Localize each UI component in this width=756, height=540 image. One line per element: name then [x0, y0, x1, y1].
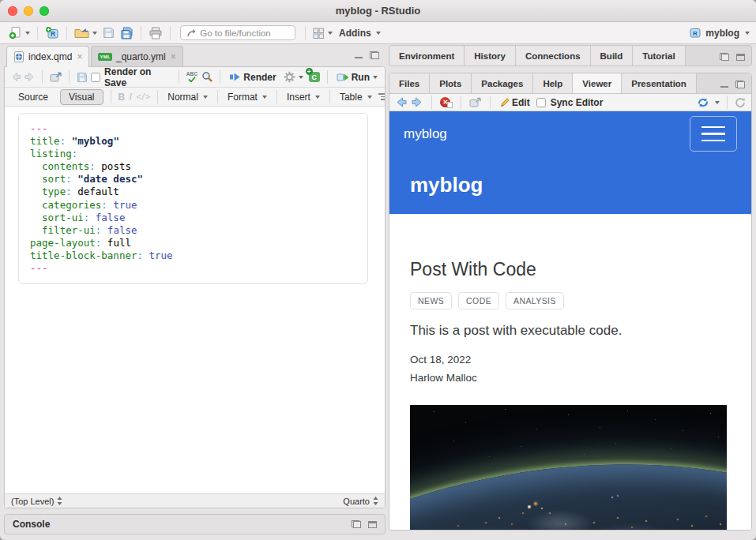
restore-pane-icon[interactable]	[720, 53, 729, 61]
close-tab-icon[interactable]: ×	[77, 52, 82, 62]
visual-mode-button[interactable]: Visual	[60, 89, 103, 105]
save-button[interactable]	[101, 26, 116, 39]
yaml-token: ---	[30, 262, 48, 274]
print-button[interactable]	[147, 26, 164, 40]
restore-pane-icon[interactable]	[352, 520, 361, 528]
zoom-window-button[interactable]	[39, 6, 49, 16]
clouds-graphic	[410, 405, 727, 530]
yaml-line: sort-ui: false	[30, 212, 356, 224]
yaml-token: sort-ui	[30, 212, 84, 223]
post-title-link[interactable]: Post With Code	[410, 259, 731, 280]
open-in-new-window-icon[interactable]	[50, 72, 62, 82]
source-mode-button[interactable]: Source	[10, 90, 56, 104]
tab-quarto-yml[interactable]: YML _quarto.yml ×	[91, 46, 182, 66]
format-caret-icon	[262, 96, 267, 99]
new-project-button[interactable]: R	[43, 25, 61, 40]
visual-editor-canvas[interactable]: ---title: "myblog"listing: contents: pos…	[5, 107, 385, 493]
pane-layout-button[interactable]	[311, 27, 334, 39]
bold-icon[interactable]: B	[118, 92, 126, 103]
refresh-icon[interactable]	[735, 97, 746, 108]
spellcheck-icon[interactable]: ABC	[186, 72, 198, 83]
maximize-pane-icon[interactable]	[370, 51, 379, 59]
scope-selector[interactable]: (Top Level)	[11, 497, 62, 506]
save-all-icon	[120, 27, 134, 39]
edit-button[interactable]: Edit	[498, 96, 532, 109]
project-name-label: myblog	[705, 28, 739, 39]
tab-connections[interactable]: Connections	[516, 46, 591, 66]
italic-icon[interactable]: I	[129, 91, 132, 103]
tab-presentation[interactable]: Presentation	[622, 73, 697, 93]
viewer-window-controls	[720, 81, 745, 88]
close-window-button[interactable]	[8, 6, 17, 16]
sync-editor-checkbox[interactable]	[536, 98, 546, 107]
format-menu[interactable]: Format	[225, 92, 269, 103]
console-pane-header[interactable]: Console	[4, 514, 386, 534]
forward-icon[interactable]	[24, 72, 35, 82]
render-settings-button[interactable]	[282, 70, 305, 84]
save-document-icon[interactable]	[77, 72, 87, 83]
yaml-line: sort: "date desc"	[30, 173, 356, 186]
render-on-save-label: Render on Save	[104, 66, 171, 88]
category-tag[interactable]: NEWS	[410, 292, 452, 309]
insert-chunk-icon[interactable]: C	[309, 72, 320, 82]
code-icon[interactable]: </>	[136, 92, 150, 101]
tab-help[interactable]: Help	[533, 73, 573, 93]
run-button[interactable]: Run	[335, 71, 379, 84]
minimize-pane-icon[interactable]	[355, 52, 363, 58]
yaml-token: title-block-banner	[30, 249, 137, 261]
back-icon[interactable]	[10, 72, 21, 82]
workspace: index.qmd × YML _quarto.yml ×	[0, 44, 756, 540]
save-all-button[interactable]	[118, 26, 135, 40]
run-label: Run	[352, 72, 370, 83]
tab-environment[interactable]: Environment	[389, 46, 465, 66]
yaml-token: :	[101, 199, 113, 211]
yaml-token: :	[96, 237, 107, 249]
right-column: EnvironmentHistoryConnectionsBuildTutori…	[389, 45, 752, 534]
filetype-selector[interactable]: Quarto	[343, 497, 378, 506]
goto-file-input[interactable]	[200, 28, 289, 38]
yaml-token: :	[72, 148, 78, 159]
close-tab-icon[interactable]: ×	[171, 52, 176, 62]
tab-viewer[interactable]: Viewer	[573, 73, 622, 93]
maximize-pane-icon[interactable]	[735, 81, 745, 88]
tab-build[interactable]: Build	[591, 46, 634, 66]
insert-menu[interactable]: Insert	[284, 92, 322, 103]
render-button[interactable]: Render	[228, 71, 277, 84]
yaml-token: categories	[30, 199, 101, 211]
viewer-back-icon[interactable]	[395, 97, 407, 107]
paragraph-style-dropdown[interactable]: Normal	[165, 92, 210, 103]
open-in-new-window-icon[interactable]	[469, 97, 482, 107]
table-menu[interactable]: Table	[337, 92, 374, 103]
blog-post-listing: Post With Code NEWSCODEANALYSIS This is …	[389, 214, 751, 530]
r-project-icon: R	[45, 26, 59, 39]
new-file-button[interactable]	[6, 25, 32, 40]
tab-index-qmd[interactable]: index.qmd ×	[6, 46, 89, 67]
tab-plots[interactable]: Plots	[430, 73, 472, 93]
project-menu-button[interactable]: R myblog	[689, 27, 750, 39]
post-thumbnail-image[interactable]	[410, 405, 727, 530]
goto-file-search[interactable]	[180, 25, 295, 40]
viewer-forward-icon[interactable]	[412, 97, 423, 107]
tab-tutorial[interactable]: Tutorial	[633, 46, 685, 66]
addins-button[interactable]: Addins	[337, 28, 383, 39]
open-file-button[interactable]	[73, 26, 99, 39]
category-tag[interactable]: ANALYSIS	[506, 292, 564, 309]
maximize-pane-icon[interactable]	[736, 54, 745, 61]
tab-packages[interactable]: Packages	[472, 73, 533, 93]
sync-icon[interactable]	[697, 97, 709, 108]
hamburger-menu-button[interactable]	[690, 116, 737, 152]
tab-history[interactable]: History	[465, 46, 516, 66]
minimize-pane-icon[interactable]	[720, 81, 728, 88]
stop-icon[interactable]: ✕	[440, 97, 453, 108]
maximize-pane-icon[interactable]	[368, 521, 377, 528]
tab-files[interactable]: Files	[389, 73, 430, 93]
render-on-save-checkbox[interactable]	[91, 73, 100, 82]
yaml-block[interactable]: ---title: "myblog"listing: contents: pos…	[18, 113, 368, 284]
blog-brand-link[interactable]: myblog	[404, 126, 447, 142]
find-icon[interactable]	[201, 71, 213, 83]
minimize-window-button[interactable]	[24, 6, 33, 16]
blog-banner-title: myblog	[410, 173, 483, 197]
category-tag[interactable]: CODE	[458, 292, 499, 309]
yaml-line: ---	[30, 262, 356, 275]
outline-toggle-icon[interactable]	[378, 93, 386, 100]
